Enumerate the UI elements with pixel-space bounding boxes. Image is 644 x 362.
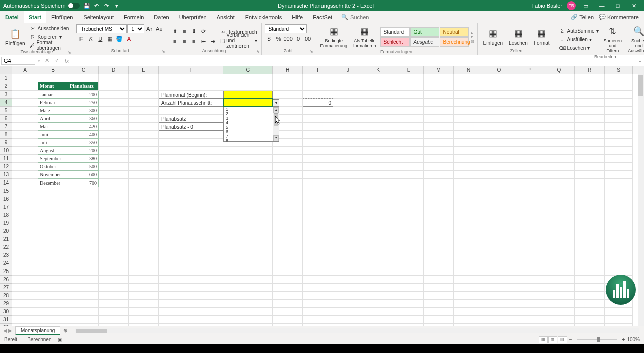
cell-P30[interactable] [514,308,544,316]
row-header-15[interactable]: 15 [0,187,12,195]
row-header-30[interactable]: 30 [0,308,12,316]
cell-E9[interactable] [129,139,159,147]
cell-N17[interactable] [454,203,484,211]
cell-D28[interactable] [99,292,129,300]
cell-P28[interactable] [514,292,544,300]
cell-M8[interactable] [424,131,454,139]
cell-I17[interactable] [303,203,333,211]
cell-E17[interactable] [129,203,159,211]
cell-J7[interactable] [333,123,363,131]
cell-J23[interactable] [333,251,363,259]
cell-M9[interactable] [424,139,454,147]
cell-A9[interactable] [12,139,38,147]
cell-E32[interactable] [129,324,159,326]
cell-D12[interactable] [99,163,129,171]
row-header-18[interactable]: 18 [0,211,12,219]
cell-A1[interactable] [12,74,38,82]
cell-P11[interactable] [514,155,544,163]
tab-einfuegen[interactable]: Einfügen [46,11,78,23]
cell-F26[interactable] [159,276,223,284]
cell-H16[interactable] [273,195,303,203]
col-header-I[interactable]: I [303,66,333,74]
cell-L2[interactable] [393,82,424,90]
cell-J32[interactable] [333,324,363,326]
cell-B18[interactable] [38,211,68,219]
cell-A10[interactable] [12,147,38,155]
sheet-tab-monatsplanung[interactable]: Monatsplanung [15,326,60,335]
cell-A11[interactable] [12,155,38,163]
cell-Q3[interactable] [544,90,575,99]
cell-Q15[interactable] [544,187,575,195]
tab-hilfe[interactable]: Hilfe [287,11,308,23]
cell-Q17[interactable] [544,203,575,211]
cell-L21[interactable] [393,235,424,243]
close-icon[interactable]: ✕ [628,0,640,11]
cell-F9[interactable] [159,139,223,147]
cell-N30[interactable] [454,308,484,316]
cell-N31[interactable] [454,316,484,324]
styles-down-icon[interactable]: ▾ [471,35,474,39]
cell-R28[interactable] [575,292,605,300]
cell-A4[interactable] [12,99,38,107]
cell-F32[interactable] [159,324,223,326]
cell-G29[interactable] [223,300,273,308]
cell-O26[interactable] [484,276,514,284]
number-launcher-icon[interactable]: ⬊ [310,49,313,54]
cell-F22[interactable] [159,243,223,251]
number-format-select[interactable]: Standard [265,24,307,33]
sheet-nav-prev-icon[interactable]: ◀ [3,328,7,333]
styles-up-icon[interactable]: ▴ [471,30,474,35]
cell-R1[interactable] [575,74,605,82]
cell-B21[interactable] [38,235,68,243]
cell-F4[interactable]: Anzahl Planausschnitt: [159,99,223,107]
cell-A3[interactable] [12,90,38,99]
cell-I5[interactable] [303,107,333,115]
cell-C31[interactable] [68,316,99,324]
row-header-20[interactable]: 20 [0,227,12,235]
worksheet-grid[interactable]: 1234567891011121314151617181920212223242… [0,74,644,326]
cell-K3[interactable] [363,90,393,99]
cell-G23[interactable] [223,251,273,259]
cell-I20[interactable] [303,227,333,235]
cell-R20[interactable] [575,227,605,235]
cell-H24[interactable] [273,259,303,267]
cell-D16[interactable] [99,195,129,203]
cell-J8[interactable] [333,131,363,139]
cell-F29[interactable] [159,300,223,308]
thousands-icon[interactable]: 000 [284,34,293,43]
cell-B27[interactable] [38,284,68,292]
cell-H28[interactable] [273,292,303,300]
style-standard[interactable]: Standard [380,27,410,37]
cell-O17[interactable] [484,203,514,211]
cell-D21[interactable] [99,235,129,243]
delete-cells-button[interactable]: ▦Löschen [507,26,530,47]
cell-D1[interactable] [99,74,129,82]
cell-N28[interactable] [454,292,484,300]
cell-I15[interactable] [303,187,333,195]
cell-A7[interactable] [12,123,38,131]
cell-J29[interactable] [333,300,363,308]
cell-B7[interactable]: Mai [38,123,68,131]
cell-B4[interactable]: Februar [38,99,68,107]
cell-J26[interactable] [333,276,363,284]
fill-button[interactable]: ↓Ausfüllen ▾ [558,35,600,43]
cell-A30[interactable] [12,308,38,316]
decrease-font-icon[interactable]: A↓ [154,24,164,33]
cell-Q16[interactable] [544,195,575,203]
cell-K22[interactable] [363,243,393,251]
paste-button[interactable]: 📋 Einfügen [3,27,27,47]
cell-L28[interactable] [393,292,424,300]
cell-I12[interactable] [303,163,333,171]
align-middle-icon[interactable]: ≡ [180,27,189,36]
cell-R15[interactable] [575,187,605,195]
cell-N19[interactable] [454,219,484,227]
sort-filter-button[interactable]: ⇅Sortieren und Filtern [602,24,624,54]
cell-M22[interactable] [424,243,454,251]
cell-L24[interactable] [393,259,424,267]
cell-L5[interactable] [393,107,424,115]
cell-A31[interactable] [12,316,38,324]
cell-C32[interactable] [68,324,99,326]
cell-K24[interactable] [363,259,393,267]
cell-J30[interactable] [333,308,363,316]
cell-J19[interactable] [333,219,363,227]
